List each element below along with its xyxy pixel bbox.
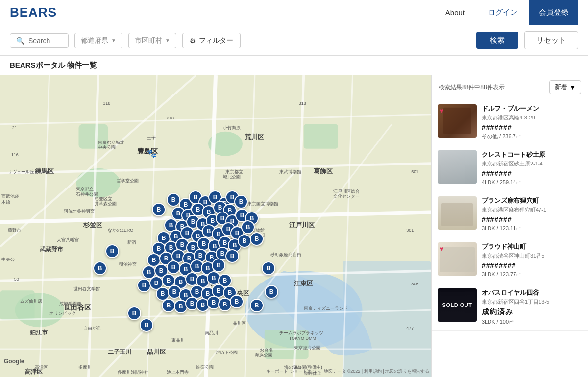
list-item[interactable]: SOLD OUT オパスロイヤル四谷 東京都新宿区四谷1丁目13-5 成約済み … — [432, 283, 588, 331]
svg-text:308: 308 — [411, 282, 418, 286]
list-item[interactable]: ブランズ麻布狸穴町 東京都港区麻布狸穴町47-1 ####### 3LDK / … — [432, 191, 588, 237]
svg-text:浅草: 浅草 — [245, 218, 254, 223]
svg-text:成城学園前: 成城学園前 — [59, 301, 81, 306]
sort-select[interactable]: 新着 ▼ — [549, 80, 581, 94]
svg-text:荒川区: 荒川区 — [245, 133, 264, 141]
listing-thumbnail: SOLD OUT — [438, 288, 477, 322]
listing-name: ブランズ麻布狸穴町 — [482, 196, 582, 205]
svg-text:小竹向原: 小竹向原 — [223, 125, 241, 130]
search-input-wrap[interactable]: 🔍 Search — [10, 33, 69, 48]
listing-name: ドルフ・ブルーメン — [482, 104, 582, 113]
svg-text:東京都立: 東京都立 — [225, 169, 243, 174]
svg-text:品川区: 品川区 — [147, 348, 166, 355]
svg-text:318: 318 — [299, 101, 306, 106]
city-select[interactable]: 市区町村 ▼ — [128, 33, 176, 48]
svg-text:大宮八幡宮: 大宮八幡宮 — [57, 237, 79, 242]
chevron-down-icon: ▼ — [111, 38, 116, 43]
filter-label: フィルター — [199, 36, 233, 45]
search-bar: 🔍 Search 都道府県 ▼ 市区町村 ▼ ⚙ フィルター 検索 リセット — [0, 25, 588, 56]
about-link[interactable]: About — [434, 8, 476, 17]
svg-text:東: 東 — [211, 279, 218, 287]
svg-text:南品川: 南品川 — [205, 330, 218, 335]
listing-details: その他 / 236.7㎡ — [482, 133, 582, 140]
svg-text:王子: 王子 — [147, 135, 156, 140]
svg-text:江戸川区: 江戸川区 — [289, 221, 315, 229]
listing-details: 3LDK / 123.77㎡ — [482, 271, 582, 278]
listing-thumbnail — [438, 150, 477, 184]
map-container: 練馬区 杉並区 武蔵野市 豊島区 荒川区 葛飾区 江戸川区 豊島区 千代田区 東… — [0, 75, 431, 377]
svg-text:お台場: お台場 — [260, 348, 273, 353]
page-title: BEARSポータル 物件一覧 — [0, 56, 588, 75]
svg-text:井草森公園: 井草森公園 — [95, 201, 117, 206]
list-item[interactable]: クレストコート砂土原 東京都新宿区砂土原2-1-4 ####### 4LDK /… — [432, 145, 588, 191]
listing-price: ####### — [482, 123, 582, 131]
svg-rect-6 — [304, 124, 338, 149]
header: BEARS About ログイン 会員登録 — [0, 0, 588, 25]
listing-address: 東京都新宿区四谷1丁目13-5 — [482, 298, 582, 306]
sort-label: 新着 — [555, 83, 567, 92]
svg-text:なかのZERO: なかのZERO — [108, 228, 133, 233]
svg-text:蛇窪公園: 蛇窪公園 — [196, 365, 214, 370]
svg-text:50: 50 — [14, 277, 19, 282]
svg-text:葛飾区: 葛飾区 — [314, 167, 333, 175]
svg-text:477: 477 — [406, 326, 414, 330]
sidebar: 検索結果88件中88件表示 新着 ▼ ♥ ドルフ・ブルーメン — [431, 75, 588, 377]
svg-text:秋葉原: 秋葉原 — [226, 223, 240, 228]
listing-name: オパスロイヤル四谷 — [482, 288, 582, 297]
svg-text:狛江市: 狛江市 — [29, 329, 48, 336]
register-button[interactable]: 会員登録 — [529, 0, 578, 25]
search-button[interactable]: 検索 — [476, 32, 518, 49]
svg-text:明治神宮: 明治神宮 — [119, 262, 137, 267]
list-item[interactable]: ♥ ドルフ・ブルーメン 東京都港区高輪4-8-29 ####### その他 / … — [432, 99, 588, 145]
heart-icon[interactable]: ♥ — [440, 244, 443, 253]
listing-address: 東京都渋谷区神山町31番5 — [482, 252, 582, 259]
listings: ♥ ドルフ・ブルーメン 東京都港区高輪4-8-29 ####### その他 / … — [432, 99, 588, 377]
svg-text:東京臨海公園: 東京臨海公園 — [294, 345, 320, 350]
svg-text:高津区: 高津区 — [35, 365, 48, 370]
filter-button[interactable]: ⚙ フィルター — [182, 33, 241, 48]
svg-text:城北公園: 城北公園 — [222, 174, 241, 179]
listing-details: 4LDK / 259.14㎡ — [482, 179, 582, 186]
listing-info: ブランズ麻布狸穴町 東京都港区麻布狸穴町47-1 ####### 3LDK / … — [482, 196, 582, 232]
svg-text:練馬区: 練馬区 — [34, 167, 54, 175]
svg-text:リヴェール丘: リヴェール丘 — [8, 169, 34, 174]
svg-text:501: 501 — [411, 169, 418, 174]
listing-details: 3LDK / 100㎡ — [482, 318, 582, 326]
search-placeholder: Search — [28, 37, 50, 45]
svg-text:池上本門寺: 池上本門寺 — [167, 370, 189, 375]
listing-price: ######## — [482, 261, 582, 269]
svg-text:🐾: 🐾 — [147, 149, 157, 158]
svg-text:杉並区: 杉並区 — [83, 221, 102, 229]
svg-text:東京博物館: 東京博物館 — [243, 228, 265, 233]
svg-text:318: 318 — [103, 101, 110, 106]
svg-text:オリンピック: オリンピック — [49, 311, 76, 316]
map-area[interactable]: 練馬区 杉並区 武蔵野市 豊島区 荒川区 葛飾区 江戸川区 豊島区 千代田区 東… — [0, 75, 431, 377]
svg-text:明大前: 明大前 — [164, 267, 177, 272]
prefecture-select[interactable]: 都道府県 ▼ — [74, 33, 122, 48]
filter-icon: ⚙ — [190, 37, 196, 45]
listing-info: クレストコート砂土原 東京都新宿区砂土原2-1-4 ####### 4LDK /… — [482, 150, 582, 186]
svg-text:杉並区立: 杉並区立 — [94, 196, 112, 201]
svg-text:世田谷文学館: 世田谷文学館 — [74, 286, 100, 291]
svg-text:東京都立: 東京都立 — [76, 187, 94, 191]
svg-text:116: 116 — [11, 152, 19, 157]
svg-rect-2 — [343, 261, 431, 377]
listing-info: ドルフ・ブルーメン 東京都港区高輪4-8-29 ####### その他 / 23… — [482, 104, 582, 140]
reset-button[interactable]: リセット — [524, 31, 578, 49]
listing-name: ブラウド神山町 — [482, 242, 582, 251]
svg-text:江東区: 江東区 — [294, 280, 313, 287]
login-button[interactable]: ログイン — [476, 8, 529, 17]
svg-text:哲学堂公園: 哲学堂公園 — [117, 178, 139, 183]
listing-address: 東京都港区高輪4-8-29 — [482, 114, 582, 121]
heart-icon[interactable]: ♥ — [440, 106, 443, 115]
svg-rect-8 — [0, 290, 35, 320]
svg-text:東京ディズニーランド: 東京ディズニーランド — [304, 306, 348, 311]
prefecture-label: 都道府県 — [81, 36, 108, 45]
listing-address: 東京都港区麻布狸穴町47-1 — [482, 206, 582, 213]
list-item[interactable]: ♥ ブラウド神山町 東京都渋谷区神山町31番5 ######## 3LDK / … — [432, 237, 588, 283]
svg-text:蔵野市: 蔵野市 — [8, 228, 21, 233]
listing-price: ####### — [482, 215, 582, 223]
svg-text:【休館中】: 【休館中】 — [220, 237, 243, 242]
svg-text:チームラボプラネッツ: チームラボプラネッツ — [279, 330, 323, 335]
svg-text:東品川: 東品川 — [172, 338, 185, 343]
